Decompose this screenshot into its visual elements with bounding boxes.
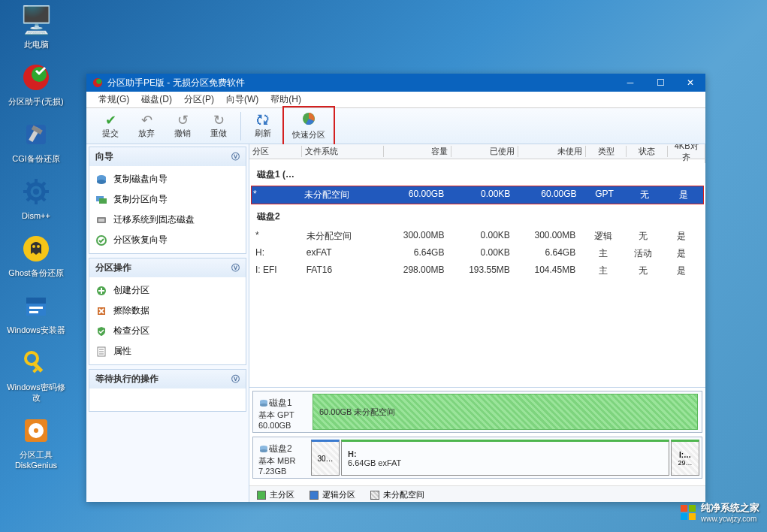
svg-rect-53 [681,513,687,520]
quick-partition-button[interactable]: 快速分区 [285,109,332,143]
tool-label: 放弃 [130,128,163,139]
panel-header[interactable]: 分区操作 ⓥ [89,258,246,277]
item-label: 迁移系统到固态磁盘 [113,213,195,226]
partition-recovery-wizard[interactable]: 分区恢复向导 [92,230,243,250]
partition-row[interactable]: H: exFAT 6.64GB 0.00KB 6.64GB 主 活动 是 [254,245,701,262]
collapse-icon[interactable]: ⓥ [231,151,240,162]
legend-label: 未分配空间 [383,489,424,500]
svg-rect-52 [689,505,696,512]
commit-button[interactable]: ✔ 提交 [92,110,128,141]
legend-primary: 主分区 [257,489,294,500]
menu-disk[interactable]: 磁盘(D) [135,92,178,107]
copy-partition-wizard[interactable]: 复制分区向导 [92,189,243,210]
cell: 6.64GB [518,247,583,260]
disk-icon [258,444,269,455]
svg-line-14 [27,198,30,201]
menu-wizard[interactable]: 向导(W) [220,92,264,107]
cell: 60.00GB [518,189,584,201]
check-partition[interactable]: 检查分区 [92,321,243,341]
disk-bar[interactable]: 磁盘2 基本 MBR 7.23GB 30… H: 6.64GB exFAT I:… [252,437,702,479]
properties-icon [95,346,107,358]
partition-icon [20,61,53,94]
cell: 逻辑 [583,230,623,243]
create-partition[interactable]: 创建分区 [92,280,243,301]
svg-point-16 [32,245,35,248]
desktop-label: Dism++ [6,210,66,221]
redo-button[interactable]: ↻ 重做 [201,110,237,141]
installer-icon [20,289,53,322]
partition-segment-small[interactable]: I:… 29… [671,440,699,476]
maximize-button[interactable]: ☐ [645,74,675,92]
item-label: 复制分区向导 [113,193,168,206]
legend-label: 逻辑分区 [322,489,355,500]
cell: 无 [623,264,663,277]
desktop-icon-wininstall[interactable]: Windows安装器 [6,289,66,335]
discard-button[interactable]: ↶ 放弃 [128,110,165,141]
pending-panel: 等待执行的操作 ⓥ [89,369,246,412]
cell: 300.00MB [386,230,451,243]
col-state[interactable]: 状态 [627,146,668,157]
close-button[interactable]: ✕ [675,74,705,92]
refresh-button[interactable]: 🗘 刷新 [245,110,281,141]
col-free[interactable]: 未使用 [518,146,586,157]
col-size[interactable]: 容量 [384,146,451,157]
col-partition[interactable]: 分区 [249,146,302,157]
minimize-button[interactable]: ─ [615,74,645,92]
partition-row[interactable]: * 未分配空间 60.00GB 0.00KB 60.00GB GPT 无 是 [251,186,704,204]
item-label: 属性 [113,345,131,358]
svg-rect-35 [99,198,107,204]
col-used[interactable]: 已使用 [451,146,519,157]
titlebar[interactable]: 分区助手PE版 - 无损分区免费软件 ─ ☐ ✕ [86,74,705,92]
collapse-icon[interactable]: ⓥ [231,373,240,385]
menu-help[interactable]: 帮助(H) [264,92,307,107]
col-type[interactable]: 类型 [586,146,627,157]
copy-disk-wizard[interactable]: 复制磁盘向导 [92,169,243,189]
disk-header[interactable]: 磁盘1 (… [254,162,701,186]
legend-swatch [370,491,379,500]
legend-unallocated: 未分配空间 [370,489,424,500]
partition-segment[interactable]: 60.00GB 未分配空间 [313,394,698,430]
panel-header[interactable]: 向导 ⓥ [89,147,246,166]
item-label: 分区恢复向导 [113,234,168,246]
menu-partition[interactable]: 分区(P) [178,92,220,107]
desktop-icon-cgi[interactable]: CGI备份还原 [6,118,66,164]
menu-general[interactable]: 常规(G) [92,92,135,107]
desktop-icon-partition[interactable]: 分区助手(无损) [6,61,66,107]
cell: * [255,230,306,243]
partition-copy-icon [95,194,107,206]
desktop-icon-this-pc[interactable]: 🖥️ 此电脑 [6,4,66,50]
desktop-icon-password[interactable]: Windows密码修改 [6,346,66,403]
panel-header[interactable]: 等待执行的操作 ⓥ [89,370,246,388]
disk-bar[interactable]: 磁盘1 基本 GPT 60.00GB 60.00GB 未分配空间 [252,391,702,433]
wipe-data[interactable]: 擦除数据 [92,301,243,321]
desktop-label: Windows密码修改 [6,382,66,403]
desktop-icon-ghost[interactable]: Ghost备份还原 [6,232,66,278]
collapse-icon[interactable]: ⓥ [231,262,240,274]
desktop-icon-dism[interactable]: Dism++ [6,175,66,221]
item-label: 复制磁盘向导 [113,173,168,186]
menubar: 常规(G) 磁盘(D) 分区(P) 向导(W) 帮助(H) [86,92,705,108]
disk-name: 磁盘1 [269,397,292,410]
partition-row[interactable]: I: EFI FAT16 298.00MB 193.55MB 104.45MB … [254,262,701,280]
properties[interactable]: 属性 [92,341,243,361]
segment-title: H: [348,449,663,458]
partition-segment[interactable]: H: 6.64GB exFAT [341,440,669,476]
desktop-icon-diskgenius[interactable]: 分区工具DiskGenius [6,414,66,470]
tool-label: 撤销 [166,128,199,139]
pie-icon [287,111,331,129]
partition-row[interactable]: * 未分配空间 300.00MB 0.00KB 300.00MB 逻辑 无 是 [254,228,701,245]
desktop-icons: 🖥️ 此电脑 分区助手(无损) CGI备份还原 Dism++ Ghost备份还原… [6,4,74,482]
disk-header[interactable]: 磁盘2 [254,204,701,228]
svg-point-33 [97,180,106,184]
undo-button[interactable]: ↺ 撤销 [165,110,201,141]
windows-icon [680,504,696,521]
disk-sub: 基本 GPT [258,410,308,421]
svg-rect-37 [98,219,104,222]
migrate-os-ssd[interactable]: 迁移系统到固态磁盘 [92,210,243,230]
app-window: 分区助手PE版 - 无损分区免费软件 ─ ☐ ✕ 常规(G) 磁盘(D) 分区(… [86,74,705,502]
window-title: 分区助手PE版 - 无损分区免费软件 [107,77,245,89]
cell: 104.45MB [518,264,583,277]
partition-segment-small[interactable]: 30… [311,440,340,476]
cell: I: EFI [255,264,306,277]
col-fs[interactable]: 文件系统 [302,146,384,157]
